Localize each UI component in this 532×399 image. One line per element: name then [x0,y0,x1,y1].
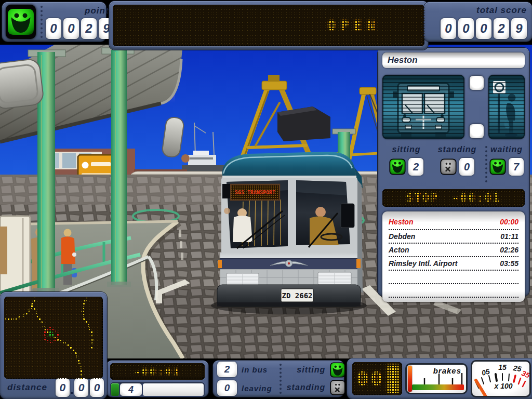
schedule-stop-time: 02:26 [500,246,518,254]
bus-destination-text: SGS TRANSPORT [235,190,275,195]
speedo-tick-label: 35 [521,369,529,380]
bus-destination-sign: SGS TRANSPORT [231,184,280,200]
schedule-list: Heston 00:00 Debden 01:11 Acton 02:26 Ri… [382,211,525,302]
checkbox-top[interactable] [470,76,484,90]
total-score-value: 0 0 0 2 9 [441,18,527,39]
route-stop-number: 4 [120,383,142,396]
passenger-status-panel: 2 in bus 0 leaving sitting standing [213,361,344,397]
schedule-stop-time: 01:11 [500,232,518,241]
speedometer: 05 15 25 35 [471,360,531,397]
schedule-row: Rimsley Intl. Airport 03:55 [389,257,518,271]
happy-passenger-icon [6,5,36,39]
checkbox-bottom[interactable] [470,124,484,138]
game-screen: SGS TRANSPORT [0,0,532,399]
minimap-panel: distance 0 . 0 0 [0,292,107,399]
dashboard-panel: 00 brakes [347,358,532,399]
divider [41,6,43,38]
sitting-count: 2 [408,158,423,176]
waiting-count: 7 [509,158,524,176]
distance-label: distance [7,382,56,393]
happy-passenger-icon [330,362,345,378]
happy-passenger-icon [489,158,506,175]
schedule-row: Debden 01:11 [389,230,518,244]
standing-passenger-icon [440,158,457,175]
points-panel: points 0 0 2 9 [2,2,106,42]
door-status-panel: OPEN [109,1,428,50]
speedo-tick-label: 25 [512,364,522,374]
bus-driver [315,207,326,217]
standing-passenger-icon [330,380,345,395]
bus-stop-panel: Heston [378,48,529,296]
speedometer-needle [476,380,488,396]
progress-fill [111,383,119,396]
countdown-display: -00:01 [110,363,205,380]
schedule-row [389,271,518,284]
decimal-point: . [70,381,74,397]
schedule-stop-name: Heston [389,218,413,226]
divider [280,364,282,394]
minimap-display [4,297,103,379]
total-score-panel: total score 0 0 0 2 9 [424,2,532,42]
sitting-label: sitting [297,365,325,375]
stop-name-field: Heston [382,52,525,68]
brake-level-indicator [408,366,412,392]
brakes-gauge: brakes [405,363,468,394]
standing-label: standing [287,383,326,392]
schedule-row [389,284,518,298]
license-plate-text: ZD 2662 [282,291,312,300]
sitting-label: sitting [392,145,421,154]
standing-count: 0 [459,158,474,176]
schedule-stop-time: 00:00 [500,218,518,226]
schedule-row: Heston 00:00 [389,214,518,230]
bus-mirror-right [341,204,354,228]
schedule-stop-name: Acton [389,246,409,254]
progress-track [143,383,204,396]
schedule-row: Acton 02:26 [389,244,518,257]
bus-mirror-left [222,184,230,198]
route-progress-bar: 4 [110,382,205,397]
bus-front-image [382,75,464,139]
stop-countdown-panel: -00:01 4 [107,361,208,397]
leaving-label: leaving [242,384,272,393]
stop-timer-display: STOP -00:01 [382,189,525,207]
lamp-housing [0,58,44,110]
door-status-display: OPEN [113,5,424,46]
in-bus-count: 2 [217,362,237,377]
standing-label: standing [438,145,477,154]
schedule-stop-name: Rimsley Intl. Airport [389,259,458,268]
speedo-tick-label: 15 [498,363,507,371]
speedo-multiplier: x 100 [494,382,512,390]
waiting-label: waiting [490,145,523,154]
waiting-passenger-image [488,75,525,139]
schedule-stop-name: Debden [389,232,415,241]
points-value: 0 0 2 9 [46,18,114,39]
leaving-count: 0 [217,380,237,396]
total-score-label: total score [476,5,527,16]
happy-passenger-icon [389,158,406,175]
bus-license-plate: ZD 2662 [281,289,313,302]
bus: SGS TRANSPORT [217,152,363,307]
schedule-stop-time: 03:55 [500,259,518,268]
top-bar: points 0 0 2 9 OPEN total score 0 0 [0,0,532,45]
speed-display: 00 [352,362,402,395]
divider [485,146,487,182]
in-bus-label: in bus [242,365,268,374]
